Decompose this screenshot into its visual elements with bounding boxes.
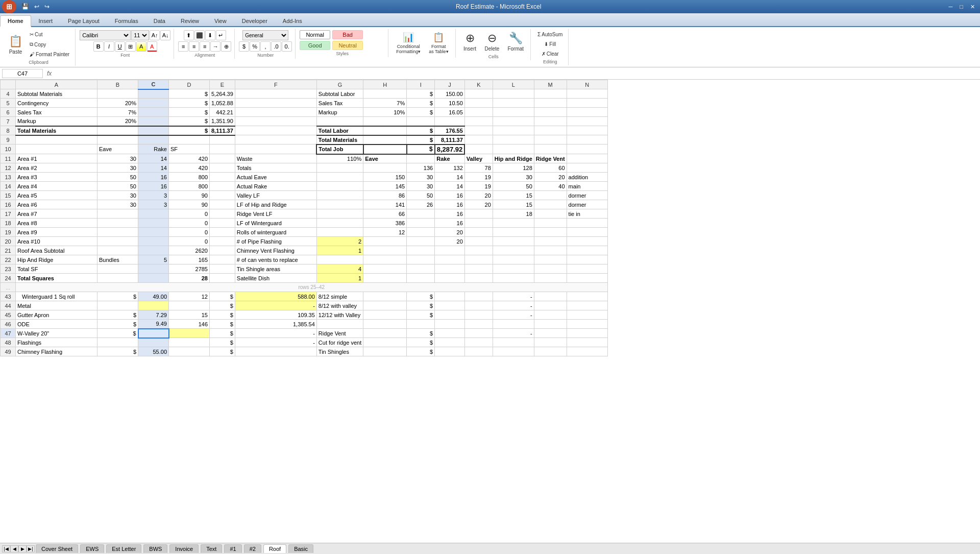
cell-j45[interactable] bbox=[435, 310, 465, 320]
cell-j10[interactable]: 8,287.92 bbox=[435, 144, 465, 154]
decrease-decimal-button[interactable]: 0. bbox=[282, 41, 292, 52]
cell-d45[interactable]: 15 bbox=[169, 310, 210, 320]
cell-k17[interactable] bbox=[464, 209, 493, 219]
cell-j19[interactable]: 20 bbox=[435, 228, 465, 237]
fill-color-button[interactable]: A bbox=[136, 41, 146, 52]
cell-k47[interactable] bbox=[464, 329, 493, 338]
cell-i15[interactable]: 50 bbox=[407, 191, 435, 200]
cell-a22[interactable]: Hip And Ridge bbox=[16, 255, 97, 264]
cell-n5[interactable] bbox=[567, 99, 607, 108]
cell-n16[interactable]: dormer bbox=[567, 200, 607, 209]
cell-m23[interactable] bbox=[534, 264, 567, 274]
cell-h24[interactable] bbox=[363, 274, 407, 283]
cell-l8[interactable] bbox=[493, 126, 534, 135]
cell-h47[interactable] bbox=[363, 329, 407, 338]
cell-j48[interactable] bbox=[435, 338, 465, 347]
cell-n48[interactable] bbox=[567, 338, 607, 347]
cell-a24[interactable]: Total Squares bbox=[16, 274, 97, 283]
office-button[interactable]: ⊞ bbox=[2, 0, 16, 13]
cell-i14[interactable]: 30 bbox=[407, 182, 435, 191]
cell-b7[interactable]: 20% bbox=[97, 117, 138, 126]
cell-g5[interactable]: Sales Tax bbox=[316, 99, 363, 108]
cell-m44[interactable] bbox=[534, 301, 567, 310]
col-header-e[interactable]: E bbox=[210, 80, 235, 89]
cell-h18[interactable]: 386 bbox=[363, 219, 407, 228]
cell-m14[interactable]: 40 bbox=[534, 182, 567, 191]
cell-c10[interactable]: Rake bbox=[138, 144, 169, 154]
delete-button[interactable]: ⊖ Delete bbox=[481, 30, 503, 53]
cell-i48[interactable]: $ bbox=[407, 338, 435, 347]
cell-i45[interactable]: $ bbox=[407, 310, 435, 320]
cell-i46[interactable] bbox=[407, 320, 435, 329]
cell-b11[interactable]: 30 bbox=[97, 154, 138, 163]
cell-h22[interactable] bbox=[363, 255, 407, 264]
cell-m20[interactable] bbox=[534, 237, 567, 246]
cell-a19[interactable]: Area #9 bbox=[16, 228, 97, 237]
number-format-select[interactable]: General bbox=[242, 30, 288, 40]
cell-c14[interactable]: 16 bbox=[138, 182, 169, 191]
cell-d10[interactable]: SF bbox=[169, 144, 210, 154]
cell-c4[interactable] bbox=[138, 89, 169, 99]
cell-g11[interactable]: 110% bbox=[316, 154, 363, 163]
cell-f15[interactable]: Valley LF bbox=[235, 191, 316, 200]
cell-c47[interactable] bbox=[138, 329, 169, 338]
cell-k12[interactable]: 78 bbox=[464, 163, 493, 173]
tab-data[interactable]: Data bbox=[146, 15, 173, 26]
cell-e44[interactable]: $ bbox=[210, 301, 235, 310]
cell-c7[interactable] bbox=[138, 117, 169, 126]
cell-b8[interactable] bbox=[97, 126, 138, 135]
cell-b20[interactable] bbox=[97, 237, 138, 246]
cell-l14[interactable]: 50 bbox=[493, 182, 534, 191]
sheet-tab-est-letter[interactable]: Est Letter bbox=[106, 544, 141, 553]
align-top-button[interactable]: ⬆ bbox=[184, 30, 194, 40]
cell-e17[interactable] bbox=[210, 209, 235, 219]
cell-f18[interactable]: LF of Winterguard bbox=[235, 219, 316, 228]
col-header-g[interactable]: G bbox=[316, 80, 363, 89]
cell-a16[interactable]: Area #6 bbox=[16, 200, 97, 209]
cell-h45[interactable] bbox=[363, 310, 407, 320]
cell-g49[interactable]: Tin Shingles bbox=[316, 347, 363, 356]
cell-n21[interactable] bbox=[567, 246, 607, 255]
cell-b15[interactable]: 30 bbox=[97, 191, 138, 200]
tab-addins[interactable]: Add-Ins bbox=[275, 15, 310, 26]
cell-j14[interactable]: 14 bbox=[435, 182, 465, 191]
cell-j15[interactable]: 16 bbox=[435, 191, 465, 200]
cell-g47[interactable]: Ridge Vent bbox=[316, 329, 363, 338]
cell-k5[interactable] bbox=[464, 99, 493, 108]
cell-i23[interactable] bbox=[407, 264, 435, 274]
font-color-button[interactable]: A bbox=[147, 41, 157, 52]
cell-e7[interactable]: 1,351.90 bbox=[210, 117, 235, 126]
cell-e22[interactable] bbox=[210, 255, 235, 264]
cell-e10[interactable] bbox=[210, 144, 235, 154]
cell-m8[interactable] bbox=[534, 126, 567, 135]
cell-b12[interactable]: 30 bbox=[97, 163, 138, 173]
cell-c15[interactable]: 3 bbox=[138, 191, 169, 200]
sheet-tab-basic[interactable]: Basic bbox=[288, 544, 313, 553]
cell-d23[interactable]: 2785 bbox=[169, 264, 210, 274]
cell-e8[interactable]: 8,111.37 bbox=[210, 126, 235, 135]
cell-d19[interactable]: 0 bbox=[169, 228, 210, 237]
cell-l22[interactable] bbox=[493, 255, 534, 264]
cell-l7[interactable] bbox=[493, 117, 534, 126]
cell-d6[interactable]: $ bbox=[169, 108, 210, 117]
cell-h49[interactable] bbox=[363, 347, 407, 356]
cell-n49[interactable] bbox=[567, 347, 607, 356]
cell-n47[interactable] bbox=[567, 329, 607, 338]
cell-k13[interactable]: 19 bbox=[464, 173, 493, 182]
wrap-text-button[interactable]: ↵ bbox=[216, 30, 226, 40]
cell-a15[interactable]: Area #5 bbox=[16, 191, 97, 200]
formula-input[interactable] bbox=[56, 70, 978, 77]
italic-button[interactable]: I bbox=[104, 41, 114, 52]
cell-b9[interactable] bbox=[97, 135, 138, 144]
cell-j8[interactable]: 176.55 bbox=[435, 126, 465, 135]
cell-d15[interactable]: 90 bbox=[169, 191, 210, 200]
cell-a20[interactable]: Area #10 bbox=[16, 237, 97, 246]
cell-h21[interactable] bbox=[363, 246, 407, 255]
cell-f11[interactable]: Waste bbox=[235, 154, 316, 163]
cell-i47[interactable]: $ bbox=[407, 329, 435, 338]
cell-e12[interactable] bbox=[210, 163, 235, 173]
cell-c21[interactable] bbox=[138, 246, 169, 255]
col-header-m[interactable]: M bbox=[534, 80, 567, 89]
sheet-tab-bws[interactable]: BWS bbox=[143, 544, 167, 553]
cell-g17[interactable] bbox=[316, 209, 363, 219]
